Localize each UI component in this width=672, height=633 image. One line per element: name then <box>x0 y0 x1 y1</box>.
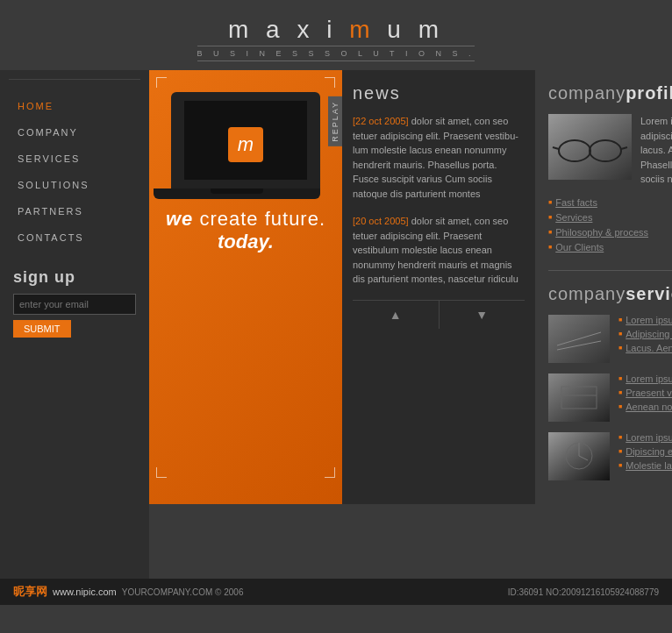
main-layout: HOME COMPANY SERVICES SOLUTIONS PARTNERS… <box>0 70 672 579</box>
banner-tagline-line2: today. <box>162 231 329 253</box>
banner: REPLAY m we create future. today. <box>149 70 342 504</box>
profile-description: Lorem ipsum dolor sit amet, consec tetue… <box>640 114 672 187</box>
service-link-3-1[interactable]: Lorem ipsum dolor sit amet, consec tetue… <box>618 432 672 443</box>
laptop-illustration: m <box>171 92 320 188</box>
nav-link-contacts[interactable]: CONTACTS <box>0 224 149 251</box>
company-profile-title: companyprofile <box>548 83 672 103</box>
laptop-logo: m <box>228 127 263 162</box>
news-date-2: [20 oct 2005] <box>353 216 409 226</box>
profile-link-fast-facts[interactable]: Fast facts <box>548 197 672 208</box>
service-link[interactable]: Lacus. Aenean nonummy hendrerit mauris. <box>626 343 672 353</box>
nav-item-services[interactable]: SERVICES <box>0 146 149 172</box>
service-link-1-3[interactable]: Lacus. Aenean nonummy hendrerit mauris. <box>618 343 672 353</box>
service-item-2: Lorem ipsum dolor sit amet, consec tetue… <box>548 373 672 422</box>
corner-bl <box>156 467 167 478</box>
profile-link-clients[interactable]: Our Clients <box>548 242 672 252</box>
news-title: news <box>353 83 525 103</box>
nav-item-solutions[interactable]: SOLUTIONS <box>0 172 149 198</box>
replay-tab[interactable]: REPLAY <box>328 96 342 146</box>
service-image-1 <box>548 315 610 363</box>
nav-top-divider <box>9 79 140 80</box>
footer-left: 昵享网 www.nipic.com YOURCOMPANY.COM © 2006 <box>13 584 243 600</box>
news-prev-button[interactable]: ▲ <box>353 301 440 329</box>
nav-link-partners[interactable]: PARTNERS <box>0 198 149 224</box>
right-panel: companyprofile <box>535 70 672 504</box>
service-link[interactable]: Molestie lacus. <box>626 460 672 471</box>
service-svg-1 <box>548 315 610 363</box>
service-link-2-2[interactable]: Praesent vestibulum molestie lacus. <box>618 388 672 398</box>
content-area: REPLAY m we create future. today. <box>149 70 672 579</box>
service-link-2-1[interactable]: Lorem ipsum dolor sit amet, consec tetue… <box>618 373 672 384</box>
middle-row: REPLAY m we create future. today. <box>149 70 672 504</box>
service-link-1-1[interactable]: Lorem ipsum dolor sit amet, consec tetue… <box>618 315 672 325</box>
email-input[interactable] <box>13 294 136 315</box>
section-divider <box>548 270 672 271</box>
profile-top: Lorem ipsum dolor sit amet, consec tetue… <box>548 114 672 187</box>
signup-title: sign up <box>13 268 136 287</box>
corner-tr <box>325 77 335 88</box>
clients-link[interactable]: Our Clients <box>555 242 604 252</box>
service-link[interactable]: Praesent vestibulum molestie lacus. <box>626 388 672 398</box>
service-link[interactable]: Aenean nonummy <box>626 402 672 412</box>
logo: m a x i m u m <box>0 16 672 44</box>
laptop-screen: m <box>184 101 307 180</box>
service-link[interactable]: Lorem ipsum dolor sit amet, consec tetue… <box>626 373 672 384</box>
signup-label-post: up <box>54 268 75 286</box>
nav-item-partners[interactable]: PARTNERS <box>0 198 149 224</box>
company-services-section: companyservices <box>548 284 672 480</box>
service-link[interactable]: Dipiscing elit. Praesent vestibulum <box>626 446 672 457</box>
fast-facts-link[interactable]: Fast facts <box>555 197 597 208</box>
news-navigation: ▲ ▼ <box>353 300 525 329</box>
news-section: news [22 oct 2005] dolor sit amet, con s… <box>342 70 535 504</box>
submit-button[interactable]: SUBMIT <box>13 320 71 338</box>
services-link[interactable]: Services <box>555 212 592 223</box>
laptop-base-pad <box>211 188 263 194</box>
profile-title-post: profile <box>626 83 672 103</box>
signup-section: sign up SUBMIT <box>13 268 136 338</box>
news-date-1: [22 oct 2005] <box>353 116 409 126</box>
main-nav: HOME COMPANY SERVICES SOLUTIONS PARTNERS… <box>0 93 149 251</box>
profile-link-philosophy[interactable]: Philosophy & process <box>548 227 672 238</box>
footer: 昵享网 www.nipic.com YOURCOMPANY.COM © 2006… <box>0 579 672 605</box>
service-link-1-2[interactable]: Adipiscing elit. Praesent vestibulum mol… <box>618 329 672 339</box>
service-link[interactable]: Adipiscing elit. Praesent vestibulum mol… <box>626 329 672 339</box>
footer-copyright: YOURCOMPANY.COM © 2006 <box>122 587 244 597</box>
footer-logo: 昵享网 <box>13 584 47 600</box>
nav-link-services[interactable]: SERVICES <box>0 146 149 172</box>
news-item-1: [22 oct 2005] dolor sit amet, con seo te… <box>353 114 525 201</box>
nav-link-home[interactable]: HOME <box>0 93 149 119</box>
svg-rect-12 <box>548 373 610 422</box>
service-links-1: Lorem ipsum dolor sit amet, consec tetue… <box>618 315 672 357</box>
glasses-svg <box>548 114 632 180</box>
laptop-base <box>154 188 320 199</box>
banner-tagline-line1: we create future. <box>162 208 329 231</box>
service-image-3 <box>548 432 610 480</box>
service-links-2: Lorem ipsum dolor sit amet, consec tetue… <box>618 373 672 416</box>
nav-item-home[interactable]: HOME <box>0 93 149 119</box>
service-link[interactable]: Lorem ipsum dolor sit amet, consec tetue… <box>626 432 672 443</box>
service-link-2-3[interactable]: Aenean nonummy <box>618 402 672 412</box>
nav-link-solutions[interactable]: SOLUTIONS <box>0 172 149 198</box>
logo-i: m <box>349 16 375 43</box>
news-next-button[interactable]: ▼ <box>440 301 525 329</box>
service-link-3-2[interactable]: Dipiscing elit. Praesent vestibulum <box>618 446 672 457</box>
nav-link-company[interactable]: COMPANY <box>0 119 149 146</box>
service-link[interactable]: Lorem ipsum dolor sit amet, consec tetue… <box>626 315 672 325</box>
corner-br <box>325 467 335 478</box>
profile-links-col1: Fast facts Services Philosophy & process… <box>548 197 672 257</box>
service-svg-2 <box>548 373 610 422</box>
profile-link-services[interactable]: Services <box>548 212 672 223</box>
profile-title-pre: company <box>548 83 626 103</box>
we-word: we <box>166 208 193 230</box>
service-link-3-3[interactable]: Molestie lacus. <box>618 460 672 471</box>
service-item-1: Lorem ipsum dolor sit amet, consec tetue… <box>548 315 672 363</box>
nav-item-contacts[interactable]: CONTACTS <box>0 224 149 251</box>
footer-id: ID:36091 NO:20091216105924088779 <box>508 587 659 597</box>
footer-url: www.nipic.com <box>53 587 117 597</box>
services-title-post: services <box>626 284 672 303</box>
philosophy-link[interactable]: Philosophy & process <box>555 227 648 238</box>
nav-item-company[interactable]: COMPANY <box>0 119 149 146</box>
news-item-2: [20 oct 2005] dolor sit amet, con seo te… <box>353 214 525 287</box>
news-text-1: dolor sit amet, con seo tetuer adipiscin… <box>353 116 518 199</box>
company-services-title: companyservices <box>548 284 672 304</box>
